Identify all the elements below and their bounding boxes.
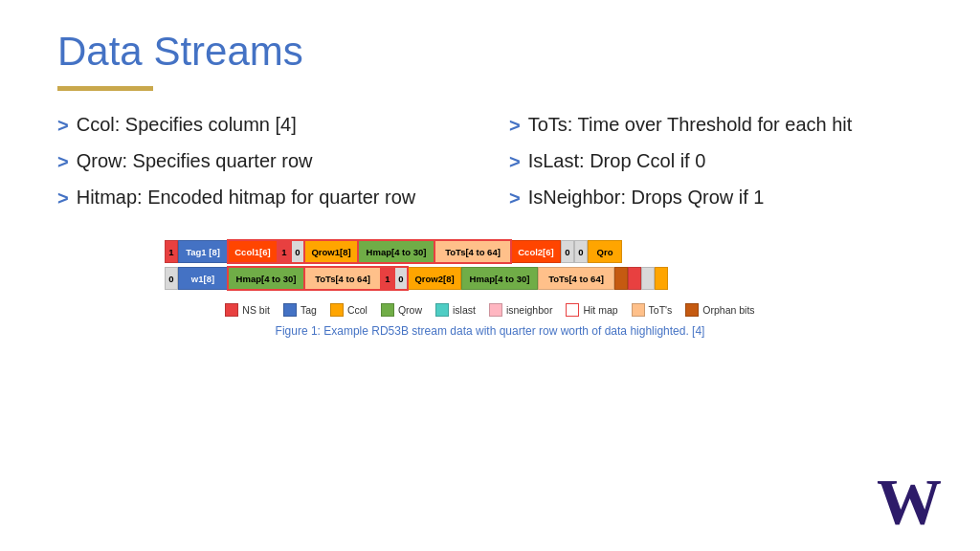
bullet-text: IsLast: Drop Ccol if 0 [528,148,706,174]
bullet-text: Hitmap: Encoded hitmap for quarter row [77,185,416,210]
gold-bar-divider [57,86,153,91]
stream-seg-8: ToTs[4 to 64] [538,267,614,290]
uw-logo: W [877,469,942,534]
left-bullet-2: >Hitmap: Encoded hitmap for quarter row [57,185,471,211]
legend-label-2: Ccol [347,304,368,316]
stream-seg-7: ToTs[4 to 64] [434,240,511,263]
left-bullet-0: >Ccol: Specifies column [4] [57,112,471,139]
stream-seg-11 [641,267,655,290]
legend-color-box-8 [685,303,699,317]
figure-caption: Figure 1: Example RD53B stream data with… [276,324,705,338]
stream-row-2: 0w1[8]Hmap[4 to 30]ToTs[4 to 64]10Qrow2[… [165,267,815,290]
legend-label-0: NS bit [242,304,270,316]
bullet-text: Ccol: Specifies column [4] [77,112,297,138]
legend-color-box-1 [283,303,297,317]
bullet-text: IsNeighbor: Drops Qrow if 1 [528,185,765,210]
legend-item-1: Tag [283,303,317,317]
stream-seg-5: 0 [394,267,408,290]
legend-label-7: ToT's [649,304,673,316]
bullet-text: ToTs: Time over Threshold for each hit [528,112,853,138]
stream-seg-6: Hmap[4 to 30] [358,240,434,263]
stream-seg-12 [655,267,668,290]
stream-seg-4: 0 [291,240,304,263]
stream-row-1: 1Tag1 [8]Ccol1[6]10Qrow1[8]Hmap[4 to 30]… [165,240,815,263]
right-bullet-column: >ToTs: Time over Threshold for each hit>… [509,112,923,221]
stream-seg-9: 0 [561,240,574,263]
stream-seg-10 [628,267,641,290]
stream-seg-6: Qrow2[8] [408,267,461,290]
page-title: Data Streams [57,29,923,75]
stream-seg-7: Hmap[4 to 30] [461,267,538,290]
stream-seg-10: 0 [574,240,588,263]
bullet-arrow: > [509,149,521,175]
legend-item-6: Hit map [566,303,617,317]
stream-seg-4: 1 [381,267,394,290]
legend-color-box-5 [489,303,502,317]
legend-item-7: ToT's [632,303,673,317]
left-bullet-1: >Qrow: Specifies quarter row [57,148,471,175]
stream-seg-1: w1[8] [178,267,228,290]
legend-item-3: Qrow [381,303,422,317]
right-bullet-0: >ToTs: Time over Threshold for each hit [509,112,923,139]
legend-label-8: Orphan bits [702,304,754,316]
stream-seg-3: 1 [278,240,291,263]
legend-color-box-3 [381,303,394,317]
legend-item-8: Orphan bits [685,303,754,317]
legend-color-box-0 [225,303,238,317]
bullet-arrow: > [57,149,69,175]
legend-color-box-2 [330,303,344,317]
legend-label-6: Hit map [583,304,617,316]
stream-seg-5: Qrow1[8] [304,240,358,263]
legend-item-0: NS bit [225,303,270,317]
content-area: >Ccol: Specifies column [4]>Qrow: Specif… [57,112,923,221]
legend-color-box-6 [566,303,579,317]
bullet-arrow: > [57,113,69,139]
legend-item-5: isneighbor [489,303,552,317]
legend-label-5: isneighbor [506,304,552,316]
stream-seg-11: Qro [588,240,622,263]
bullet-arrow: > [509,113,521,139]
legend-label-1: Tag [301,304,317,316]
stream-seg-1: Tag1 [8] [178,240,228,263]
diagram-container: 1Tag1 [8]Ccol1[6]10Qrow1[8]Hmap[4 to 30]… [57,240,923,338]
legend-item-4: islast [435,303,476,317]
stream-seg-0: 0 [165,267,178,290]
stream-seg-2: Hmap[4 to 30] [228,267,304,290]
right-bullet-1: >IsLast: Drop Ccol if 0 [509,148,923,175]
legend-color-box-4 [435,303,449,317]
legend-label-4: islast [453,304,476,316]
bullet-arrow: > [57,186,69,211]
stream-seg-3: ToTs[4 to 64] [304,267,381,290]
bullet-text: Qrow: Specifies quarter row [77,148,313,174]
left-bullet-column: >Ccol: Specifies column [4]>Qrow: Specif… [57,112,471,221]
stream-seg-9 [614,267,628,290]
stream-seg-2: Ccol1[6] [228,240,278,263]
stream-seg-0: 1 [165,240,178,263]
legend-item-2: Ccol [330,303,368,317]
slide: Data Streams >Ccol: Specifies column [4]… [0,0,980,551]
legend-row: NS bitTagCcolQrowislastisneighborHit map… [225,303,754,317]
stream-seg-8: Ccol2[6] [511,240,561,263]
right-bullet-2: >IsNeighbor: Drops Qrow if 1 [509,185,923,211]
legend-color-box-7 [632,303,645,317]
legend-label-3: Qrow [398,304,422,316]
bullet-arrow: > [509,186,521,211]
